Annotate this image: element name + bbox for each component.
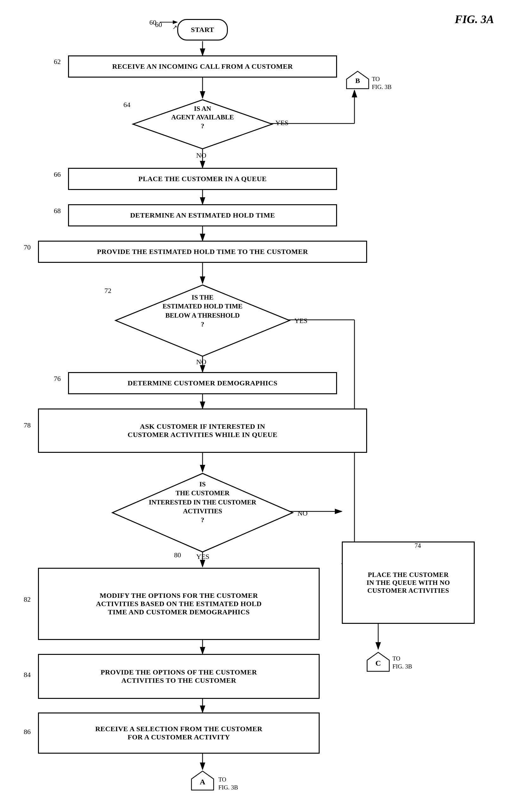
ref-86: 86	[24, 728, 31, 736]
node-76: DETERMINE CUSTOMER DEMOGRAPHICS	[68, 372, 337, 394]
ref-76: 76	[54, 375, 61, 383]
no-label-64: NO	[196, 151, 206, 160]
node-86: RECEIVE A SELECTION FROM THE CUSTOMER FO…	[38, 712, 320, 754]
ref-62: 62	[54, 58, 61, 66]
ref-64: 64	[124, 101, 130, 109]
connector-a: A	[190, 769, 215, 795]
connector-a-label: TOFIG. 3B	[218, 776, 238, 791]
node-68: DETERMINE AN ESTIMATED HOLD TIME	[68, 204, 337, 226]
ref-82: 82	[24, 595, 31, 603]
node-84-label: PROVIDE THE OPTIONS OF THE CUSTOMER ACTI…	[94, 668, 263, 685]
ref-66: 66	[54, 170, 61, 179]
node-74-label: PLACE THE CUSTOMER IN THE QUEUE WITH NO …	[366, 571, 450, 595]
node-66-label: PLACE THE CUSTOMER IN A QUEUE	[138, 175, 267, 183]
ref-72: 72	[104, 286, 111, 295]
no-label-72: NO	[196, 358, 206, 366]
node-84: PROVIDE THE OPTIONS OF THE CUSTOMER ACTI…	[38, 654, 320, 699]
diagram-container: FIG. 3A	[0, 0, 532, 804]
start-node: START	[177, 19, 228, 40]
svg-text:A: A	[200, 778, 205, 786]
node-86-label: RECEIVE A SELECTION FROM THE CUSTOMER FO…	[89, 725, 269, 741]
node-68-label: DETERMINE AN ESTIMATED HOLD TIME	[130, 211, 275, 220]
node-82-label: MODIFY THE OPTIONS FOR THE CUSTOMER ACTI…	[90, 592, 268, 616]
yes-label-80: YES	[196, 553, 209, 561]
node-66: PLACE THE CUSTOMER IN A QUEUE	[68, 168, 337, 190]
node-82: MODIFY THE OPTIONS FOR THE CUSTOMER ACTI…	[38, 568, 320, 640]
node-74: PLACE THE CUSTOMER IN THE QUEUE WITH NO …	[342, 542, 475, 624]
connector-c: C	[365, 651, 391, 676]
node-62-label: RECEIVE AN INCOMING CALL FROM A CUSTOMER	[112, 62, 293, 71]
node-70: PROVIDE THE ESTIMATED HOLD TIME TO THE C…	[38, 241, 367, 263]
diamond-80: ISTHE CUSTOMERINTERESTED IN THE CUSTOMER…	[111, 472, 294, 554]
ref-78: 78	[24, 421, 31, 429]
ref-68: 68	[54, 207, 61, 215]
connector-b-label: TOFIG. 3B	[372, 75, 392, 91]
diamond-72: IS THEESTIMATED HOLD TIMEBELOW A THRESHO…	[114, 283, 291, 358]
svg-text:B: B	[356, 77, 360, 85]
no-label-80: NO	[298, 509, 308, 518]
diamond-64: IS ANAGENT AVAILABLE?	[131, 98, 274, 150]
yes-label-72: YES	[294, 317, 308, 325]
yes-label-64: YES	[276, 119, 289, 127]
svg-text:C: C	[375, 659, 381, 667]
ref-74: 74	[415, 542, 421, 549]
ref-84: 84	[24, 671, 31, 679]
node-78-label: ASK CUSTOMER IF INTERESTED IN CUSTOMER A…	[128, 423, 277, 439]
start-label: START	[191, 26, 214, 34]
node-76-label: DETERMINE CUSTOMER DEMOGRAPHICS	[128, 379, 277, 387]
figure-label: FIG. 3A	[455, 13, 494, 26]
node-62: RECEIVE AN INCOMING CALL FROM A CUSTOMER	[68, 55, 337, 78]
node-78: ASK CUSTOMER IF INTERESTED IN CUSTOMER A…	[38, 409, 367, 453]
ref-60-arrow-svg	[150, 17, 182, 30]
ref-70: 70	[24, 243, 31, 251]
connector-c-label: TOFIG. 3B	[393, 655, 412, 670]
node-70-label: PROVIDE THE ESTIMATED HOLD TIME TO THE C…	[97, 248, 308, 256]
connector-b: B	[345, 70, 370, 92]
ref-80-yes: 80	[174, 551, 181, 559]
